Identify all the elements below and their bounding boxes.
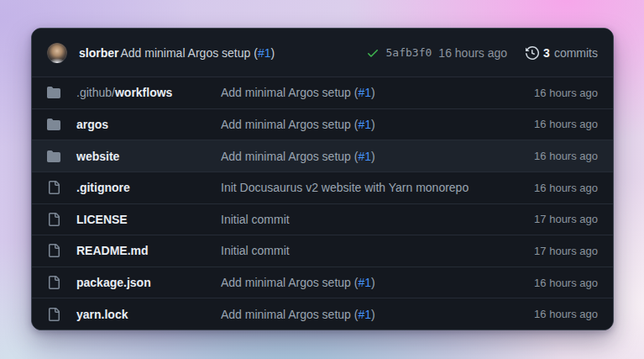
check-icon[interactable]: [366, 46, 380, 60]
author-avatar[interactable]: [47, 43, 67, 63]
pr-link[interactable]: #1: [358, 86, 371, 99]
desktop-background: { "card": { "colors": { "link_blue": "#4…: [0, 0, 644, 359]
folder-icon: [47, 118, 64, 131]
commit-message[interactable]: Initial commit: [221, 244, 534, 257]
commit-message[interactable]: Add minimal Argos setup (#1): [221, 150, 534, 163]
file-icon: [47, 244, 64, 257]
file-row[interactable]: website Add minimal Argos setup (#1) 16 …: [32, 140, 613, 172]
commits-label: commits: [554, 46, 598, 60]
commit-author[interactable]: slorber: [79, 46, 118, 60]
file-icon: [47, 276, 64, 289]
last-commit-time: 17 hours ago: [534, 245, 598, 257]
file-row[interactable]: argos Add minimal Argos setup (#1) 16 ho…: [32, 108, 613, 140]
commit-time: 16 hours ago: [438, 46, 507, 60]
pr-link[interactable]: #1: [258, 46, 271, 60]
last-commit-time: 16 hours ago: [534, 182, 598, 194]
last-commit-time: 16 hours ago: [534, 87, 598, 99]
commit-message[interactable]: Add minimal Argos setup (#1): [221, 86, 534, 99]
commit-history-link[interactable]: 3 commits: [526, 46, 598, 60]
pr-link[interactable]: #1: [358, 150, 371, 163]
last-commit-time: 17 hours ago: [534, 213, 598, 225]
history-icon: [526, 46, 539, 60]
last-commit-time: 16 hours ago: [534, 308, 598, 320]
repo-file-browser: slorber Add minimal Argos setup (#1) 5af…: [31, 28, 614, 330]
pr-link[interactable]: #1: [358, 118, 371, 131]
commit-hash[interactable]: 5afb3f0: [386, 46, 432, 59]
file-name[interactable]: package.json: [76, 276, 221, 289]
last-commit-time: 16 hours ago: [534, 277, 598, 289]
commit-message[interactable]: Add minimal Argos setup (#1): [221, 118, 534, 131]
file-row[interactable]: README.md Initial commit 17 hours ago: [32, 235, 613, 267]
latest-commit-bar: slorber Add minimal Argos setup (#1) 5af…: [32, 29, 613, 77]
file-icon: [47, 308, 64, 321]
file-name[interactable]: .github/workflows: [76, 86, 221, 99]
file-name[interactable]: argos: [76, 118, 221, 131]
commit-message[interactable]: Add minimal Argos setup (#1): [120, 46, 275, 60]
file-icon: [47, 213, 64, 226]
file-row[interactable]: .gitignore Init Docusaurus v2 website wi…: [32, 172, 613, 203]
file-name[interactable]: .gitignore: [76, 181, 221, 194]
file-name[interactable]: README.md: [76, 244, 221, 257]
pr-link[interactable]: #1: [358, 276, 371, 289]
commit-message[interactable]: Add minimal Argos setup (#1): [221, 308, 534, 321]
last-commit-time: 16 hours ago: [534, 150, 598, 162]
pr-link[interactable]: #1: [358, 308, 371, 321]
file-row[interactable]: package.json Add minimal Argos setup (#1…: [32, 267, 613, 298]
file-name[interactable]: yarn.lock: [76, 308, 221, 321]
last-commit-time: 16 hours ago: [534, 118, 598, 130]
folder-icon: [47, 150, 64, 163]
commits-count: 3: [543, 46, 550, 60]
file-row[interactable]: yarn.lock Add minimal Argos setup (#1) 1…: [32, 298, 613, 330]
file-icon: [47, 181, 64, 194]
commit-message[interactable]: Init Docusaurus v2 website with Yarn mon…: [221, 181, 534, 194]
file-row[interactable]: LICENSE Initial commit 17 hours ago: [32, 203, 613, 235]
folder-icon: [47, 86, 64, 99]
commit-message[interactable]: Add minimal Argos setup (#1): [221, 276, 534, 289]
file-name[interactable]: LICENSE: [76, 213, 221, 226]
file-list: .github/workflows Add minimal Argos setu…: [32, 77, 613, 330]
file-name[interactable]: website: [76, 150, 221, 163]
commit-message[interactable]: Initial commit: [221, 213, 534, 226]
file-row[interactable]: .github/workflows Add minimal Argos setu…: [32, 77, 613, 108]
